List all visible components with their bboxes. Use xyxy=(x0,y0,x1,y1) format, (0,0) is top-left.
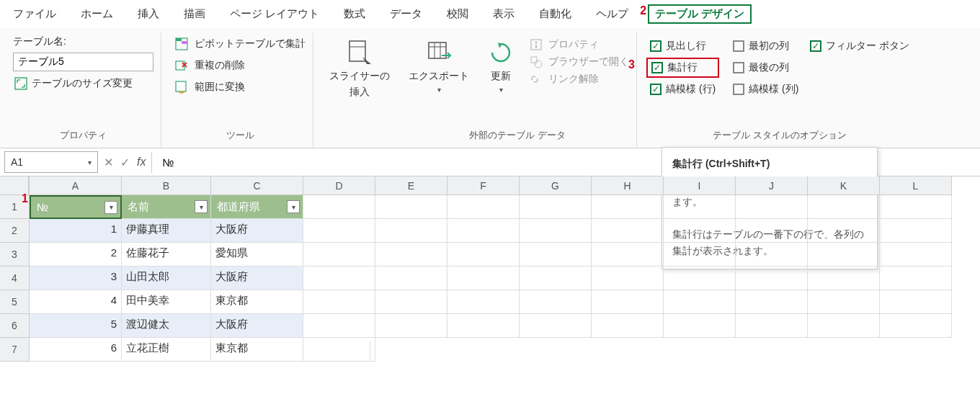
cell[interactable]: 6 xyxy=(30,338,122,362)
menu-page-layout[interactable]: ページ レイアウト xyxy=(223,4,326,24)
cell[interactable] xyxy=(520,243,592,267)
cell[interactable] xyxy=(592,314,664,338)
cell[interactable]: 3 xyxy=(30,267,122,290)
cell[interactable] xyxy=(808,290,880,314)
cell[interactable] xyxy=(880,243,952,267)
cell[interactable]: 大阪府 xyxy=(211,267,303,290)
cell[interactable]: 東京都 xyxy=(211,290,303,314)
cell[interactable] xyxy=(592,290,664,314)
col-header[interactable]: J xyxy=(736,176,808,195)
checkbox-last-col[interactable]: 最後の列 xyxy=(733,61,798,74)
cell[interactable] xyxy=(736,219,808,243)
cell[interactable] xyxy=(303,195,375,219)
cell[interactable] xyxy=(808,195,880,219)
cell[interactable] xyxy=(520,219,592,243)
checkbox-header-row[interactable]: ✓見出し行 xyxy=(650,40,716,53)
row-header[interactable]: 3 xyxy=(0,243,29,267)
cell[interactable]: 渡辺健太 xyxy=(122,314,211,338)
cell[interactable] xyxy=(808,267,880,290)
checkbox-banded-rows[interactable]: ✓縞模様 (行) xyxy=(650,83,716,96)
cell[interactable] xyxy=(664,290,736,314)
cell[interactable] xyxy=(664,195,736,219)
cell[interactable] xyxy=(664,267,736,290)
menu-help[interactable]: ヘルプ xyxy=(589,4,636,24)
fx-icon[interactable]: fx xyxy=(137,156,146,169)
col-header[interactable]: B xyxy=(122,176,211,195)
cell[interactable] xyxy=(592,243,664,267)
cell[interactable] xyxy=(447,219,520,243)
cell[interactable]: 伊藤真理 xyxy=(122,219,211,243)
checkbox-filter-button[interactable]: ✓フィルター ボタン xyxy=(810,40,909,53)
cell[interactable] xyxy=(880,290,952,314)
name-box[interactable]: A1 ▾ xyxy=(4,151,98,173)
col-header[interactable]: H xyxy=(592,176,664,195)
cell[interactable] xyxy=(520,195,592,219)
cell[interactable] xyxy=(375,290,447,314)
insert-slicer-button[interactable]: スライサーの 挿入 xyxy=(326,35,393,102)
cell[interactable] xyxy=(447,243,520,267)
cell[interactable]: 大阪府 xyxy=(211,219,303,243)
confirm-formula-icon[interactable]: ✓ xyxy=(120,156,130,169)
cell[interactable]: 大阪府 xyxy=(211,314,303,338)
checkbox-first-col[interactable]: 最初の列 xyxy=(733,40,798,53)
filter-dropdown-icon[interactable]: ▾ xyxy=(104,201,117,214)
remove-duplicates-button[interactable]: 重複の削除 xyxy=(174,57,306,74)
cell[interactable] xyxy=(308,341,370,362)
cell[interactable] xyxy=(592,195,664,219)
cell[interactable] xyxy=(303,338,375,362)
sheet-grid[interactable]: A B C D E F G H I J K L №▾ 名前▾ 都道府県▾ 1 伊… xyxy=(30,176,952,362)
cell[interactable]: 田中美幸 xyxy=(122,290,211,314)
col-header[interactable]: I xyxy=(664,176,736,195)
menu-formulas[interactable]: 数式 xyxy=(337,4,373,24)
cell[interactable] xyxy=(664,219,736,243)
col-header[interactable]: E xyxy=(375,176,447,195)
cell[interactable] xyxy=(592,267,664,290)
cell[interactable]: 愛知県 xyxy=(211,243,303,267)
table-header-no[interactable]: №▾ xyxy=(30,195,122,219)
resize-table-button[interactable]: テーブルのサイズ変更 xyxy=(13,76,153,91)
cell[interactable] xyxy=(303,219,375,243)
menu-table-design[interactable]: テーブル デザイン xyxy=(648,4,752,24)
col-header[interactable]: D xyxy=(303,176,375,195)
cell[interactable] xyxy=(880,219,952,243)
filter-dropdown-icon[interactable]: ▾ xyxy=(287,200,300,213)
cell[interactable]: 1 xyxy=(30,219,122,243)
cell[interactable] xyxy=(375,243,447,267)
row-header[interactable]: 5 xyxy=(0,290,29,314)
menu-insert[interactable]: 挿入 xyxy=(130,4,166,24)
cell[interactable]: 東京都 xyxy=(211,338,303,362)
cell[interactable] xyxy=(375,314,447,338)
menu-view[interactable]: 表示 xyxy=(486,4,522,24)
cell[interactable]: 立花正樹 xyxy=(122,338,211,362)
cell[interactable]: 佐藤花子 xyxy=(122,243,211,267)
cell[interactable] xyxy=(664,243,736,267)
cell[interactable] xyxy=(447,290,520,314)
cell[interactable] xyxy=(880,267,952,290)
cancel-formula-icon[interactable]: ✕ xyxy=(104,156,113,169)
cell[interactable] xyxy=(592,219,664,243)
col-header[interactable]: L xyxy=(880,176,952,195)
table-header-pref[interactable]: 都道府県▾ xyxy=(211,195,303,219)
cell[interactable] xyxy=(447,314,520,338)
cell[interactable] xyxy=(664,314,736,338)
col-header[interactable]: G xyxy=(520,176,592,195)
row-header[interactable]: 2 xyxy=(0,219,29,243)
filter-dropdown-icon[interactable]: ▾ xyxy=(195,200,208,213)
row-header[interactable]: 6 xyxy=(0,314,29,338)
cell[interactable] xyxy=(808,243,880,267)
cell[interactable] xyxy=(736,195,808,219)
table-header-name[interactable]: 名前▾ xyxy=(122,195,211,219)
cell[interactable] xyxy=(447,195,520,219)
cell[interactable] xyxy=(520,267,592,290)
menu-home[interactable]: ホーム xyxy=(74,4,120,24)
cell[interactable] xyxy=(447,267,520,290)
cell[interactable] xyxy=(303,290,375,314)
export-button[interactable]: エクスポート ▾ xyxy=(406,35,472,97)
cell[interactable] xyxy=(520,314,592,338)
cell[interactable]: 5 xyxy=(30,314,122,338)
menu-review[interactable]: 校閲 xyxy=(440,4,476,24)
menu-draw[interactable]: 描画 xyxy=(177,4,213,24)
cell[interactable] xyxy=(880,314,952,338)
cell[interactable] xyxy=(808,314,880,338)
cell[interactable] xyxy=(303,243,375,267)
